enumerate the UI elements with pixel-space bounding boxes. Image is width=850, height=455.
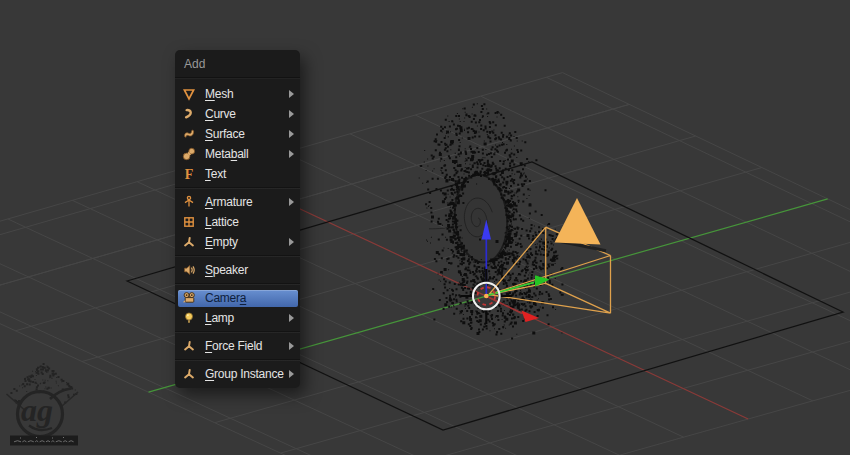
svg-text:F: F (185, 167, 194, 181)
svg-text:ag: ag (21, 392, 53, 428)
